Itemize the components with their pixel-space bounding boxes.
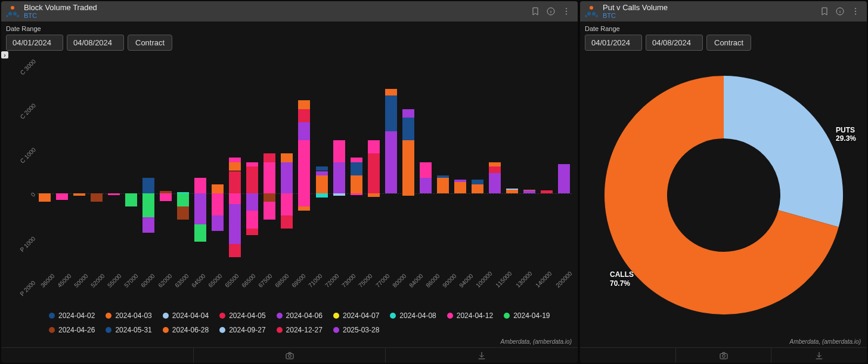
panel-header: Block Volume Traded BTC bbox=[1, 1, 578, 21]
panel-subtitle: BTC bbox=[24, 12, 97, 19]
legend-dot-icon bbox=[504, 313, 510, 319]
bar-column bbox=[193, 60, 208, 282]
bar-column bbox=[280, 60, 294, 282]
svg-point-4 bbox=[566, 11, 566, 11]
controls: Date Range Contract bbox=[580, 21, 867, 54]
legend-item[interactable]: 2024-04-06 bbox=[277, 311, 323, 320]
legend-dot-icon bbox=[447, 313, 453, 319]
legend-item[interactable]: 2024-04-03 bbox=[106, 311, 151, 320]
more-icon[interactable] bbox=[850, 6, 861, 17]
legend-label: 2024-04-19 bbox=[513, 311, 550, 320]
legend-item[interactable]: 2024-04-04 bbox=[163, 311, 209, 320]
panel-title-block: Block Volume Traded BTC bbox=[24, 4, 97, 19]
legend-item[interactable]: 2024-12-27 bbox=[277, 326, 323, 334]
more-icon[interactable] bbox=[561, 6, 572, 17]
amberdata-logo-icon bbox=[585, 5, 598, 18]
controls: Date Range Contract bbox=[1, 21, 578, 54]
date-range-label: Date Range bbox=[585, 25, 862, 32]
date-to-input[interactable] bbox=[646, 35, 703, 51]
contract-button[interactable]: Contract bbox=[706, 35, 751, 51]
legend-label: 2024-04-12 bbox=[457, 311, 493, 320]
donut-slice[interactable] bbox=[724, 76, 843, 227]
bar-column bbox=[418, 60, 433, 282]
bar-column bbox=[314, 60, 329, 282]
legend-label: 2024-04-06 bbox=[286, 311, 323, 320]
y-tick: P 1000 bbox=[19, 235, 37, 253]
legend-dot-icon bbox=[49, 327, 55, 333]
legend-item[interactable]: 2024-05-31 bbox=[106, 326, 151, 334]
y-tick: C 2000 bbox=[18, 102, 37, 121]
panel-footer bbox=[580, 347, 867, 363]
legend-label: 2024-05-31 bbox=[115, 326, 151, 334]
date-from-input[interactable] bbox=[6, 35, 63, 51]
bar-column bbox=[366, 60, 381, 282]
footer-empty bbox=[1, 348, 193, 363]
svg-point-13 bbox=[855, 14, 855, 14]
y-tick: C 3000 bbox=[18, 58, 37, 76]
panel-subtitle: BTC bbox=[603, 12, 668, 19]
legend-item[interactable]: 2024-04-07 bbox=[333, 311, 379, 320]
bookmark-icon[interactable] bbox=[530, 6, 541, 17]
date-range-label: Date Range bbox=[6, 25, 573, 32]
legend-dot-icon bbox=[219, 327, 225, 333]
legend-dot-icon bbox=[390, 313, 396, 319]
legend-item[interactable]: 2024-04-08 bbox=[390, 311, 436, 320]
bookmark-icon[interactable] bbox=[819, 6, 830, 17]
bar-column bbox=[383, 60, 398, 282]
date-from-input[interactable] bbox=[585, 35, 642, 51]
bar-column bbox=[245, 60, 260, 282]
legend-label: 2024-04-02 bbox=[58, 311, 95, 320]
panel-put-call: Put v Calls Volume BTC Date Range Contra… bbox=[580, 1, 867, 363]
legend-label: 2024-04-07 bbox=[343, 311, 379, 320]
download-icon[interactable] bbox=[771, 348, 867, 363]
legend-label: 2024-04-05 bbox=[229, 311, 265, 320]
legend-item[interactable]: 2024-04-19 bbox=[504, 311, 550, 320]
bar-column bbox=[141, 60, 156, 282]
info-icon[interactable] bbox=[545, 6, 556, 17]
camera-icon[interactable] bbox=[193, 348, 386, 363]
bar-column bbox=[158, 60, 173, 282]
bar-column bbox=[349, 60, 364, 282]
date-to-input[interactable] bbox=[67, 35, 124, 51]
legend-item[interactable]: 2024-09-27 bbox=[219, 326, 265, 334]
calls-label: CALLS70.7% bbox=[610, 270, 634, 288]
legend-item[interactable]: 2024-04-02 bbox=[49, 311, 95, 320]
panel-footer bbox=[1, 347, 578, 363]
bar-column bbox=[435, 60, 450, 282]
bar-column bbox=[89, 60, 104, 282]
bar-column bbox=[522, 60, 537, 282]
svg-point-15 bbox=[722, 354, 725, 357]
y-tick: C 1000 bbox=[18, 147, 37, 165]
download-icon[interactable] bbox=[385, 348, 578, 363]
panel-title: Block Volume Traded bbox=[24, 4, 97, 12]
legend-item[interactable]: 2024-06-28 bbox=[163, 326, 209, 334]
legend-item[interactable]: 2024-04-12 bbox=[447, 311, 493, 320]
bar-column bbox=[505, 60, 520, 282]
legend-dot-icon bbox=[333, 327, 339, 333]
info-icon[interactable] bbox=[835, 6, 845, 17]
y-tick: 0 bbox=[30, 191, 37, 198]
legend-dot-icon bbox=[277, 327, 283, 333]
bar-column bbox=[210, 60, 225, 282]
legend-item[interactable]: 2024-04-26 bbox=[49, 326, 95, 334]
bar-column bbox=[401, 60, 416, 282]
legend-label: 2024-04-03 bbox=[115, 311, 151, 320]
legend-dot-icon bbox=[163, 313, 169, 319]
legend-item[interactable]: 2024-04-05 bbox=[219, 311, 265, 320]
camera-icon[interactable] bbox=[675, 348, 771, 363]
contract-button[interactable]: Contract bbox=[128, 35, 172, 51]
legend-label: 2024-09-27 bbox=[229, 326, 265, 334]
legend-label: 2025-03-28 bbox=[343, 326, 379, 334]
panel-header: Put v Calls Volume BTC bbox=[580, 1, 867, 21]
y-tick: P 2000 bbox=[19, 279, 37, 297]
bar-column bbox=[540, 60, 554, 282]
svg-point-5 bbox=[566, 14, 566, 14]
legend-label: 2024-04-26 bbox=[58, 326, 95, 334]
bar-column bbox=[54, 60, 69, 282]
amberdata-logo-icon bbox=[6, 5, 19, 18]
legend-item[interactable]: 2025-03-28 bbox=[333, 326, 379, 334]
svg-point-3 bbox=[566, 8, 566, 9]
svg-point-7 bbox=[288, 354, 291, 357]
legend-dot-icon bbox=[277, 313, 283, 319]
legend-label: 2024-12-27 bbox=[286, 326, 323, 334]
